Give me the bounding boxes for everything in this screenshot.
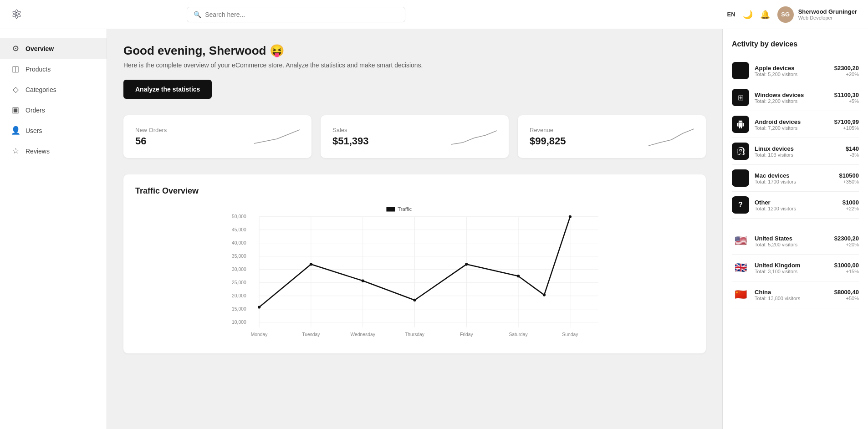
svg-text:Monday: Monday bbox=[251, 332, 268, 337]
analyze-button[interactable]: Analyze the statistics bbox=[123, 80, 212, 99]
device-android-amount: $7100,99 bbox=[834, 118, 859, 125]
apple-icon bbox=[732, 62, 749, 79]
device-android-info: Android devices Total: 7,200 visitors bbox=[755, 118, 829, 131]
language-selector[interactable]: EN bbox=[727, 11, 735, 18]
android-icon bbox=[732, 116, 749, 133]
device-windows-info: Windows devices Total: 2,200 visitors bbox=[755, 92, 829, 104]
svg-point-31 bbox=[465, 263, 468, 266]
svg-text:15,000: 15,000 bbox=[232, 306, 246, 312]
sidebar-item-products[interactable]: ◫ Products bbox=[0, 59, 107, 79]
device-windows-name: Windows devices bbox=[755, 92, 829, 98]
reviews-icon: ☆ bbox=[11, 146, 20, 156]
svg-text:Tuesday: Tuesday bbox=[302, 332, 320, 337]
device-other-sub: Total: 1200 visitors bbox=[755, 206, 837, 211]
device-android-change: +105% bbox=[834, 125, 859, 131]
svg-point-34 bbox=[569, 215, 572, 218]
country-item-uk: 🇬🇧 United Kingdom Total: 3,100 visitors … bbox=[732, 255, 859, 281]
users-icon: 👤 bbox=[11, 126, 20, 135]
country-us-value: $2300,20 +20% bbox=[834, 235, 859, 247]
svg-text:30,000: 30,000 bbox=[232, 267, 246, 272]
traffic-section: Traffic Overview Traffic 50,000 45,000 4… bbox=[123, 174, 706, 353]
search-bar[interactable]: 🔍 bbox=[187, 7, 405, 22]
device-linux-name: Linux devices bbox=[755, 145, 840, 152]
svg-text:Sunday: Sunday bbox=[562, 332, 578, 337]
categories-icon: ◇ bbox=[11, 85, 20, 94]
country-us-change: +20% bbox=[834, 242, 859, 247]
device-item-android: Android devices Total: 7,200 visitors $7… bbox=[732, 111, 859, 138]
orders-icon: ▣ bbox=[11, 105, 20, 115]
traffic-title: Traffic Overview bbox=[135, 186, 694, 196]
svg-text:45,000: 45,000 bbox=[232, 227, 246, 232]
country-china-amount: $8000,40 bbox=[834, 289, 859, 296]
svg-text:40,000: 40,000 bbox=[232, 240, 246, 245]
sidebar-item-categories[interactable]: ◇ Categories bbox=[0, 79, 107, 100]
flag-uk: 🇬🇧 bbox=[732, 259, 749, 276]
sidebar-item-overview[interactable]: ⊙ Overview bbox=[0, 38, 107, 59]
device-item-linux: Linux devices Total: 103 visitors $140 -… bbox=[732, 138, 859, 165]
sidebar-label-products: Products bbox=[26, 66, 51, 73]
device-mac-amount: $10500 bbox=[839, 172, 859, 179]
products-icon: ◫ bbox=[11, 64, 20, 74]
right-panel: Activity by devices Apple devices Total:… bbox=[722, 29, 868, 429]
country-china-info: China Total: 13,800 visitors bbox=[755, 289, 829, 301]
notification-icon[interactable]: 🔔 bbox=[760, 10, 770, 20]
country-china-sub: Total: 13,800 visitors bbox=[755, 296, 829, 301]
greeting-title: Good evening, Sherwood 😝 bbox=[123, 44, 706, 58]
device-android-name: Android devices bbox=[755, 118, 829, 125]
sidebar-item-orders[interactable]: ▣ Orders bbox=[0, 100, 107, 120]
countries-list: 🇺🇸 United States Total: 5,200 visitors $… bbox=[732, 228, 859, 308]
app-logo: ⚛ bbox=[11, 7, 22, 22]
country-uk-change: +15% bbox=[834, 269, 859, 274]
svg-text:Traffic: Traffic bbox=[398, 206, 412, 212]
user-role: Web Developer bbox=[798, 15, 857, 20]
device-apple-sub: Total: 5,200 visitors bbox=[755, 72, 829, 77]
search-input[interactable] bbox=[205, 11, 398, 18]
stat-card-sales: Sales $51,393 bbox=[321, 115, 509, 158]
svg-text:Thursday: Thursday bbox=[405, 332, 425, 337]
mac-icon bbox=[732, 169, 749, 187]
device-other-name: Other bbox=[755, 199, 837, 206]
country-china-name: China bbox=[755, 289, 829, 296]
svg-rect-0 bbox=[386, 207, 395, 211]
device-mac-name: Mac devices bbox=[755, 172, 834, 179]
svg-point-30 bbox=[413, 299, 416, 301]
country-us-name: United States bbox=[755, 235, 829, 242]
stat-orders-label: New Orders bbox=[135, 127, 167, 133]
user-name: Sherwood Gruninger bbox=[798, 8, 857, 15]
device-item-mac: Mac devices Total: 1700 visitors $10500 … bbox=[732, 165, 859, 192]
sidebar-item-users[interactable]: 👤 Users bbox=[0, 120, 107, 141]
svg-text:Saturday: Saturday bbox=[509, 332, 528, 337]
overview-icon: ⊙ bbox=[11, 44, 20, 53]
svg-point-33 bbox=[543, 293, 546, 296]
country-uk-sub: Total: 3,100 visitors bbox=[755, 269, 829, 274]
main-content: Good evening, Sherwood 😝 Here is the com… bbox=[107, 29, 722, 429]
devices-list: Apple devices Total: 5,200 visitors $230… bbox=[732, 57, 859, 219]
device-linux-change: -3% bbox=[846, 152, 859, 158]
sidebar-label-categories: Categories bbox=[26, 86, 56, 93]
avatar: SG bbox=[777, 6, 794, 23]
country-uk-info: United Kingdom Total: 3,100 visitors bbox=[755, 262, 829, 274]
country-uk-amount: $1000,00 bbox=[834, 262, 859, 269]
device-item-other: ? Other Total: 1200 visitors $1000 +22% bbox=[732, 192, 859, 219]
country-uk-name: United Kingdom bbox=[755, 262, 829, 269]
sidebar-item-reviews[interactable]: ☆ Reviews bbox=[0, 141, 107, 161]
device-mac-info: Mac devices Total: 1700 visitors bbox=[755, 172, 834, 184]
device-mac-sub: Total: 1700 visitors bbox=[755, 179, 834, 184]
sparkline-orders bbox=[254, 125, 300, 148]
device-windows-value: $1100,30 +5% bbox=[834, 92, 859, 104]
device-apple-amount: $2300,20 bbox=[834, 65, 859, 72]
stat-sales-value: $51,393 bbox=[332, 135, 369, 147]
user-profile[interactable]: SG Sherwood Gruninger Web Developer bbox=[777, 6, 857, 23]
sparkline-sales bbox=[451, 125, 497, 148]
device-linux-sub: Total: 103 visitors bbox=[755, 152, 840, 158]
svg-point-28 bbox=[310, 263, 312, 266]
device-mac-value: $10500 +350% bbox=[839, 172, 859, 184]
dark-mode-icon[interactable]: 🌙 bbox=[743, 10, 753, 20]
svg-text:35,000: 35,000 bbox=[232, 254, 246, 259]
sidebar-label-orders: Orders bbox=[26, 107, 45, 114]
sidebar-label-overview: Overview bbox=[26, 45, 54, 52]
svg-point-32 bbox=[517, 275, 520, 277]
country-item-us: 🇺🇸 United States Total: 5,200 visitors $… bbox=[732, 228, 859, 255]
stat-orders-info: New Orders 56 bbox=[135, 127, 167, 147]
other-icon: ? bbox=[732, 196, 749, 214]
